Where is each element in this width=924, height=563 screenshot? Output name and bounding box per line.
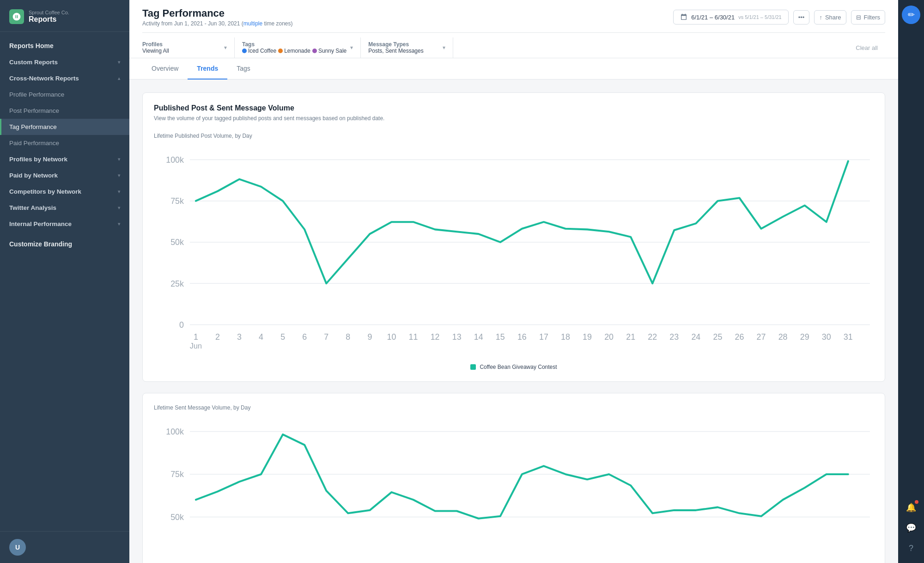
chart2-svg: 100k 75k 50k: [154, 416, 874, 563]
svg-text:18: 18: [561, 332, 570, 342]
svg-text:19: 19: [583, 332, 592, 342]
multiple-timezones-link[interactable]: multiple: [243, 20, 262, 27]
help-icon[interactable]: ?: [902, 539, 920, 557]
svg-text:9: 9: [367, 332, 372, 342]
calendar-icon: [680, 13, 687, 21]
svg-text:24: 24: [691, 332, 700, 342]
brand-company: Sprout Coffee Co.: [29, 10, 69, 15]
chevron-up-icon: ▴: [118, 76, 120, 81]
brand-text: Sprout Coffee Co. Reports: [29, 10, 69, 24]
svg-text:17: 17: [539, 332, 548, 342]
sidebar-item-custom-reports[interactable]: Custom Reports ▾: [0, 54, 129, 70]
sidebar-item-tag-performance[interactable]: Tag Performance: [0, 119, 129, 135]
profiles-filter[interactable]: Profiles Viewing All ▾: [142, 37, 235, 58]
more-options-button[interactable]: •••: [793, 10, 810, 24]
brand-app: Reports: [29, 15, 69, 24]
svg-text:13: 13: [452, 332, 462, 342]
published-post-volume-section: Published Post & Sent Message Volume Vie…: [142, 92, 885, 382]
chart2-section-label: Lifetime Sent Message Volume, by Day: [154, 404, 874, 411]
svg-text:5: 5: [280, 332, 285, 342]
svg-text:20: 20: [604, 332, 614, 342]
avatar: U: [9, 539, 26, 556]
sidebar-item-reports-home[interactable]: Reports Home: [0, 37, 129, 54]
messages-icon[interactable]: 💬: [902, 519, 920, 537]
tag-sunny-sale: Sunny Sale: [312, 48, 346, 54]
tab-overview[interactable]: Overview: [142, 58, 188, 80]
sidebar-item-profiles-by-network[interactable]: Profiles by Network ▾: [0, 151, 129, 167]
sidebar-item-profile-performance[interactable]: Profile Performance: [0, 86, 129, 103]
svg-text:100k: 100k: [166, 155, 184, 165]
compose-button[interactable]: ✏: [902, 6, 920, 24]
svg-text:28: 28: [778, 332, 788, 342]
header-title-block: Tag Performance Activity from Jun 1, 202…: [142, 7, 293, 27]
notifications-icon[interactable]: 🔔: [902, 498, 920, 517]
legend-dot: [470, 364, 476, 370]
sidebar-item-post-performance[interactable]: Post Performance: [0, 103, 129, 119]
sidebar-item-internal-performance[interactable]: Internal Performance ▾: [0, 216, 129, 232]
sidebar: Sprout Coffee Co. Reports Reports Home C…: [0, 0, 129, 563]
filter-icon: ⊟: [856, 14, 861, 21]
tag-lemonade: Lemonade: [278, 48, 310, 54]
chevron-down-icon: ▾: [118, 173, 120, 178]
brand-header: Sprout Coffee Co. Reports: [0, 0, 129, 32]
svg-text:10: 10: [387, 332, 396, 342]
svg-text:21: 21: [626, 332, 635, 342]
svg-text:27: 27: [757, 332, 766, 342]
svg-text:50k: 50k: [170, 238, 184, 247]
main-content: Tag Performance Activity from Jun 1, 202…: [129, 0, 898, 563]
svg-text:0: 0: [179, 320, 184, 330]
svg-text:30: 30: [822, 332, 831, 342]
svg-text:31: 31: [844, 332, 853, 342]
share-icon: ↑: [819, 14, 822, 21]
tab-tags[interactable]: Tags: [227, 58, 260, 80]
svg-text:75k: 75k: [170, 196, 184, 206]
sidebar-item-paid-by-network[interactable]: Paid by Network ▾: [0, 167, 129, 184]
header-actions: 6/1/21 – 6/30/21 vs 5/1/21 – 5/31/21 •••…: [673, 10, 885, 24]
svg-text:Jun: Jun: [190, 342, 202, 350]
message-types-filter[interactable]: Message Types Posts, Sent Messages ▾: [361, 37, 453, 58]
svg-text:3: 3: [237, 332, 242, 342]
chart1-legend: Coffee Bean Giveaway Contest: [154, 364, 874, 370]
chart2-container: 100k 75k 50k: [154, 416, 874, 563]
clear-all-button[interactable]: Clear all: [848, 41, 885, 55]
svg-text:25: 25: [713, 332, 722, 342]
tag-iced-coffee: Iced Coffee: [242, 48, 276, 54]
svg-text:12: 12: [431, 332, 440, 342]
svg-text:15: 15: [496, 332, 505, 342]
svg-text:75k: 75k: [170, 470, 184, 479]
svg-text:100k: 100k: [166, 427, 184, 436]
svg-text:8: 8: [346, 332, 350, 342]
sidebar-item-competitors-by-network[interactable]: Competitors by Network ▾: [0, 184, 129, 200]
svg-text:16: 16: [517, 332, 527, 342]
svg-text:1: 1: [194, 332, 198, 342]
chart1-section-label: Lifetime Published Post Volume, by Day: [154, 133, 874, 139]
sidebar-nav: Reports Home Custom Reports ▾ Cross-Netw…: [0, 32, 129, 531]
svg-text:6: 6: [302, 332, 307, 342]
chevron-down-icon: ▾: [118, 189, 120, 194]
tab-trends[interactable]: Trends: [188, 58, 227, 80]
page-title: Tag Performance: [142, 7, 293, 19]
sidebar-item-cross-network[interactable]: Cross-Network Reports ▴: [0, 70, 129, 86]
chevron-down-icon: ▾: [443, 44, 445, 51]
chart1-subtitle: View the volume of your tagged published…: [154, 115, 874, 122]
chevron-down-icon: ▾: [224, 44, 227, 51]
svg-text:11: 11: [409, 332, 418, 342]
tabs-bar: Overview Trends Tags: [129, 58, 898, 80]
chevron-down-icon: ▾: [350, 44, 353, 51]
tags-filter[interactable]: Tags Iced Coffee Lemonade Sunny Sale ▾: [235, 37, 361, 58]
filter-bar: Profiles Viewing All ▾ Tags Iced Coffee …: [142, 32, 885, 58]
sent-message-volume-section: Lifetime Sent Message Volume, by Day 100…: [142, 393, 885, 563]
sidebar-bottom: U: [0, 531, 129, 563]
svg-text:22: 22: [648, 332, 657, 342]
chart1-svg: 100k 75k 50k 25k 0 1 Jun 2 3 4 5 6 7 8 9: [154, 145, 874, 355]
sidebar-item-twitter-analysis[interactable]: Twitter Analysis ▾: [0, 200, 129, 216]
sidebar-item-paid-performance[interactable]: Paid Performance: [0, 135, 129, 151]
content-area: Published Post & Sent Message Volume Vie…: [129, 80, 898, 563]
sidebar-item-customize-branding[interactable]: Customize Branding: [0, 236, 129, 252]
svg-text:29: 29: [800, 332, 809, 342]
share-button[interactable]: ↑ Share: [814, 10, 846, 24]
date-range-button[interactable]: 6/1/21 – 6/30/21 vs 5/1/21 – 5/31/21: [673, 10, 789, 24]
icon-rail: ✏ 🔔 💬 ?: [898, 0, 924, 563]
filters-button[interactable]: ⊟ Filters: [851, 10, 885, 24]
svg-text:26: 26: [735, 332, 744, 342]
